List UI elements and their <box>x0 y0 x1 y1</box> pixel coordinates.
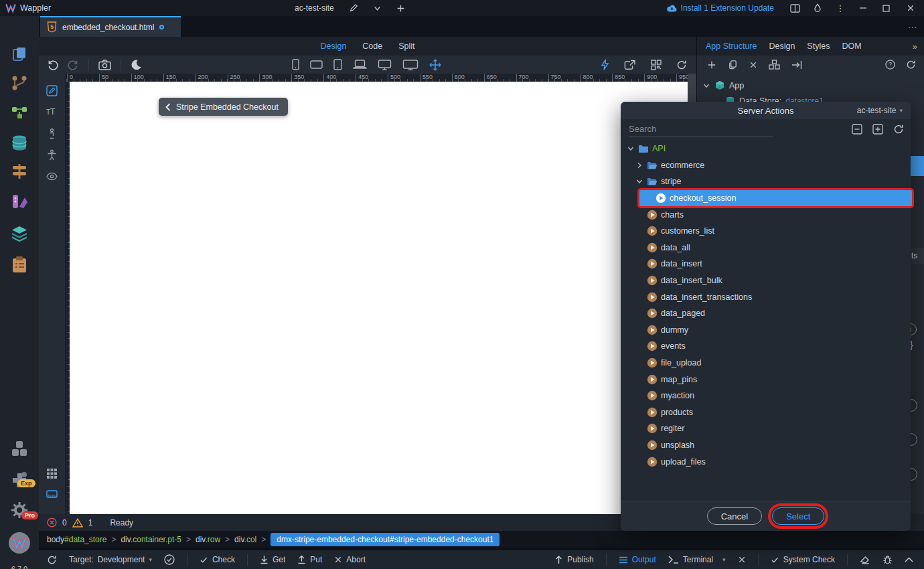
rename-project-icon[interactable] <box>349 3 358 13</box>
check-button[interactable]: Check <box>200 555 235 564</box>
cancel-button[interactable]: Cancel <box>707 507 762 525</box>
refresh-target-icon[interactable] <box>47 555 57 565</box>
dialog-project-selector[interactable]: ac-test-site ▾ <box>857 106 903 115</box>
new-project-icon[interactable] <box>396 4 405 13</box>
server-action-item-data_paged[interactable]: data_paged <box>621 305 911 322</box>
server-action-item-charts[interactable]: charts <box>621 206 911 223</box>
packages-manager-icon[interactable] <box>769 60 780 70</box>
design-canvas[interactable]: Stripe Embedded Checkout <box>70 82 688 514</box>
theme-droplet-icon[interactable] <box>806 0 829 16</box>
server-action-item-unsplash[interactable]: unsplash <box>621 437 911 454</box>
folder-item-API[interactable]: API <box>621 141 911 157</box>
extension-update-link[interactable]: Install 1 Extension Update <box>667 3 774 13</box>
server-action-item-data_insert[interactable]: data_insert <box>621 256 911 272</box>
target-selector[interactable]: Target: Development ▾ <box>69 555 152 564</box>
tab-split[interactable]: Split <box>398 42 414 51</box>
window-minimize-button[interactable] <box>852 0 874 16</box>
server-action-item-events[interactable]: events <box>621 338 911 355</box>
expand-tree-icon[interactable] <box>791 60 802 70</box>
publish-button[interactable]: Publish <box>554 555 593 564</box>
project-dropdown-icon[interactable] <box>373 4 382 13</box>
git-manager-icon[interactable] <box>10 74 29 92</box>
get-button[interactable]: Get <box>260 555 285 564</box>
expand-all-icon[interactable] <box>872 124 883 135</box>
tree-item-app[interactable]: App <box>702 78 924 93</box>
server-action-item-upload_files[interactable]: upload_files <box>621 453 911 470</box>
refresh-tree-icon[interactable] <box>906 60 916 70</box>
edit-mode-icon[interactable] <box>46 85 58 96</box>
qr-preview-icon[interactable] <box>651 60 662 70</box>
file-tab[interactable]: 5 embedded_checkout.html <box>40 16 181 37</box>
server-action-item-data_insert_bulk[interactable]: data_insert_bulk <box>621 272 911 289</box>
server-action-item-map_pins[interactable]: map_pins <box>621 371 911 388</box>
server-action-item-dummy[interactable]: dummy <box>621 322 911 339</box>
add-component-icon[interactable] <box>707 60 716 70</box>
refresh-actions-icon[interactable] <box>893 124 904 135</box>
routing-icon[interactable] <box>10 162 29 181</box>
breadcrumb-selected-element[interactable]: dmx-stripe-embedded-checkout#stripe-embe… <box>271 533 499 546</box>
terminal-caret-icon[interactable]: ▾ <box>722 556 726 563</box>
collapse-all-icon[interactable] <box>852 124 862 135</box>
breadcrumb-segment[interactable]: div.container.pt-5 <box>121 535 181 544</box>
desktop-icon[interactable] <box>378 60 392 70</box>
visibility-eye-icon[interactable] <box>46 171 58 182</box>
server-action-item-regiter[interactable]: regiter <box>621 420 911 437</box>
task-board-icon[interactable] <box>10 255 29 274</box>
project-name[interactable]: ac-test-site <box>295 3 334 13</box>
tab-dom[interactable]: DOM <box>842 42 861 51</box>
more-menu-icon[interactable]: ⋮ <box>829 0 852 16</box>
grid-toggle-icon[interactable] <box>46 468 58 479</box>
refresh-view-icon[interactable] <box>676 60 687 70</box>
select-button[interactable]: Select <box>772 507 824 525</box>
packages-icon[interactable] <box>10 439 29 458</box>
system-check-button[interactable]: System Check <box>771 555 835 564</box>
phone-portrait-icon[interactable] <box>292 59 299 70</box>
workflows-icon[interactable] <box>10 102 29 120</box>
text-tool-icon[interactable]: TT <box>46 107 58 118</box>
large-desktop-icon[interactable] <box>402 60 418 70</box>
close-panel-icon[interactable] <box>738 556 746 564</box>
design-assets-icon[interactable] <box>10 192 29 211</box>
tablet-icon[interactable] <box>333 59 342 70</box>
folder-item-stripe[interactable]: stripe <box>621 173 911 190</box>
responsive-resize-icon[interactable] <box>429 59 441 71</box>
screenshot-camera-icon[interactable] <box>98 60 111 70</box>
selection-badge[interactable]: Stripe Embedded Checkout <box>159 98 288 116</box>
chevron-down-icon[interactable] <box>702 82 710 90</box>
server-action-item-checkout_session[interactable]: checkout_session <box>639 190 912 207</box>
warning-count-icon[interactable] <box>72 518 83 527</box>
tab-overflow-button[interactable]: ... <box>908 20 917 30</box>
dialog-header[interactable]: Server Actions ac-test-site ▾ <box>621 102 911 119</box>
panel-layout-icon[interactable] <box>783 0 806 16</box>
target-status-icon[interactable] <box>164 554 175 565</box>
server-action-item-data_all[interactable]: data_all <box>621 240 911 256</box>
output-tab[interactable]: Output <box>619 555 656 564</box>
breadcrumb-segment[interactable]: div.row <box>196 535 220 544</box>
laptop-icon[interactable] <box>353 60 367 70</box>
delete-component-icon[interactable] <box>749 61 757 69</box>
server-action-item-file_upload[interactable]: file_upload <box>621 355 911 372</box>
project-files-icon[interactable] <box>10 45 29 64</box>
error-count-icon[interactable] <box>47 517 57 527</box>
search-input[interactable] <box>629 121 773 137</box>
dynamic-data-bolt-icon[interactable] <box>601 59 609 70</box>
server-action-item-data_insert_transactions[interactable]: data_insert_transactions <box>621 289 911 305</box>
tab-styles[interactable]: Styles <box>807 42 830 51</box>
wappler-pro-icon[interactable] <box>8 532 31 554</box>
layers-icon[interactable] <box>10 224 29 243</box>
undo-icon[interactable] <box>47 59 58 70</box>
folder-item-ecommerce[interactable]: ecommerce <box>621 157 911 174</box>
tab-design[interactable]: Design <box>320 42 346 51</box>
terminal-tab[interactable]: Terminal▾ <box>668 555 726 564</box>
window-close-button[interactable] <box>897 0 924 16</box>
redo-icon[interactable] <box>68 59 79 70</box>
eraser-icon[interactable] <box>860 555 870 564</box>
server-action-item-products[interactable]: products <box>621 404 911 421</box>
put-button[interactable]: Put <box>297 555 322 564</box>
phone-landscape-icon[interactable] <box>310 60 323 69</box>
help-icon[interactable]: ? <box>885 60 895 70</box>
dark-mode-moon-icon[interactable] <box>131 59 142 70</box>
open-in-browser-icon[interactable] <box>624 60 636 70</box>
server-action-item-customers_list[interactable]: customers_list <box>621 223 911 240</box>
ruler-toggle-icon[interactable] <box>46 490 58 498</box>
